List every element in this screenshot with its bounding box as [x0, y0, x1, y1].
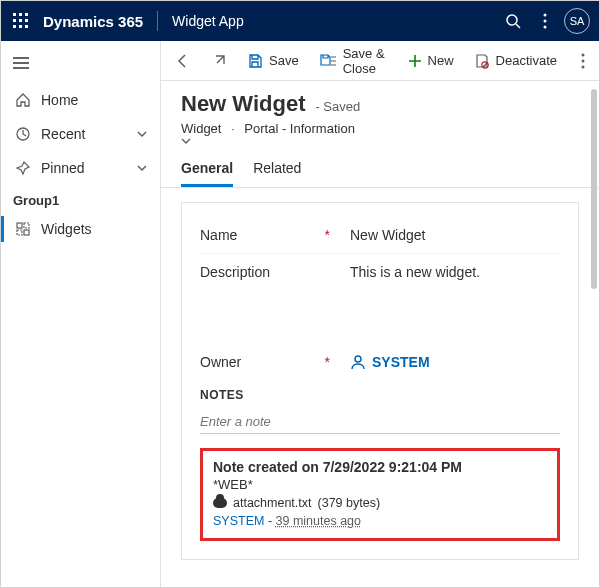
back-arrow-icon [175, 53, 191, 69]
svg-point-9 [507, 15, 517, 25]
sidebar-item-widgets[interactable]: Widgets [1, 212, 160, 246]
field-label: Description [200, 264, 330, 280]
divider [157, 11, 158, 31]
svg-rect-1 [19, 13, 22, 16]
svg-point-25 [582, 59, 585, 62]
field-name[interactable]: Name * New Widget [200, 217, 560, 254]
svg-rect-6 [13, 25, 16, 28]
save-close-button[interactable]: Save & Close [311, 46, 396, 76]
svg-rect-2 [25, 13, 28, 16]
command-label: Save & Close [343, 46, 388, 76]
chevron-down-icon [181, 136, 579, 146]
crumb-sep: · [231, 121, 235, 136]
note-footer: SYSTEM - 39 minutes ago [213, 514, 547, 528]
command-bar: Save Save & Close New [161, 41, 599, 81]
sidebar-item-home[interactable]: Home [1, 83, 160, 117]
overflow-button[interactable] [529, 5, 561, 37]
search-button[interactable] [497, 5, 529, 37]
svg-rect-21 [24, 230, 29, 235]
attachment-name: attachment.txt [233, 496, 312, 510]
field-label: Owner * [200, 354, 330, 370]
avatar-initials: SA [564, 8, 590, 34]
command-label: Save [269, 53, 299, 68]
form-tabs: General Related [161, 146, 599, 188]
new-button[interactable]: New [400, 46, 462, 76]
sidebar-toggle-button[interactable] [1, 47, 41, 79]
breadcrumb: Widget · Portal - Information [181, 121, 579, 146]
note-timestamp: 39 minutes ago [276, 514, 361, 528]
clock-icon [13, 126, 33, 142]
sidebar-item-label: Pinned [41, 160, 85, 176]
app-launcher-button[interactable] [7, 7, 35, 35]
svg-point-12 [544, 20, 547, 23]
svg-rect-19 [24, 223, 29, 228]
note-attachment[interactable]: attachment.txt (379 bytes) [213, 496, 547, 510]
open-in-new-button[interactable] [203, 46, 235, 76]
command-label: Deactivate [496, 53, 557, 68]
sidebar-item-label: Recent [41, 126, 85, 142]
save-state: - Saved [315, 99, 360, 114]
owner-lookup[interactable]: SYSTEM [350, 354, 560, 370]
svg-point-13 [544, 26, 547, 29]
crumb-entity: Widget [181, 121, 221, 136]
owner-value: SYSTEM [372, 354, 430, 370]
form-section: Name * New Widget Description This is a … [181, 202, 579, 560]
svg-rect-18 [17, 223, 22, 228]
vertical-dots-icon [543, 13, 547, 29]
back-button[interactable] [167, 46, 199, 76]
save-button[interactable]: Save [239, 46, 307, 76]
tab-general[interactable]: General [181, 160, 233, 187]
product-brand: Dynamics 365 [43, 13, 143, 30]
svg-rect-5 [25, 19, 28, 22]
svg-point-24 [582, 53, 585, 56]
field-description[interactable]: Description This is a new widget. [200, 254, 560, 344]
svg-rect-8 [25, 25, 28, 28]
widgets-icon [13, 221, 33, 237]
sidebar-item-label: Home [41, 92, 78, 108]
form-selector[interactable]: Portal - Information [244, 121, 355, 136]
svg-rect-7 [19, 25, 22, 28]
chevron-down-icon [136, 162, 148, 174]
user-avatar[interactable]: SA [561, 5, 593, 37]
tab-related[interactable]: Related [253, 160, 301, 187]
deactivate-button[interactable]: Deactivate [466, 46, 565, 76]
note-user[interactable]: SYSTEM [213, 514, 264, 528]
sidebar-item-pinned[interactable]: Pinned [1, 151, 160, 185]
required-indicator: * [325, 354, 330, 370]
note-tag: *WEB* [213, 477, 547, 492]
scrollbar-thumb[interactable] [591, 89, 597, 289]
person-icon [350, 354, 366, 370]
svg-rect-0 [13, 13, 16, 16]
app-name: Widget App [172, 13, 244, 29]
deactivate-icon [474, 53, 490, 69]
search-icon [505, 13, 521, 29]
sidebar: Home Recent Pinned Group1 [1, 41, 161, 587]
sidebar-item-recent[interactable]: Recent [1, 117, 160, 151]
command-label: New [428, 53, 454, 68]
open-in-new-icon [211, 53, 227, 69]
svg-point-27 [355, 356, 361, 362]
sidebar-group-header: Group1 [1, 185, 160, 212]
vertical-dots-icon [581, 53, 585, 69]
save-icon [247, 53, 263, 69]
main-area: Save Save & Close New [161, 41, 599, 587]
field-value[interactable]: New Widget [350, 227, 560, 243]
command-overflow-button[interactable] [573, 46, 593, 76]
field-value[interactable]: This is a new widget. [350, 264, 560, 280]
waffle-icon [13, 13, 29, 29]
notes-header: NOTES [200, 388, 560, 402]
svg-rect-20 [17, 230, 22, 235]
svg-rect-3 [13, 19, 16, 22]
required-indicator: * [325, 227, 330, 243]
svg-rect-4 [19, 19, 22, 22]
page-header: New Widget - Saved Widget · Portal - Inf… [161, 81, 599, 146]
note-input[interactable] [200, 408, 560, 434]
attachment-size: (379 bytes) [318, 496, 381, 510]
field-owner[interactable]: Owner * SYSTEM [200, 344, 560, 380]
plus-icon [408, 54, 422, 68]
content-scroll[interactable]: New Widget - Saved Widget · Portal - Inf… [161, 81, 599, 587]
svg-line-10 [516, 24, 520, 28]
home-icon [13, 92, 33, 108]
page-title: New Widget [181, 91, 305, 117]
svg-point-11 [544, 14, 547, 17]
